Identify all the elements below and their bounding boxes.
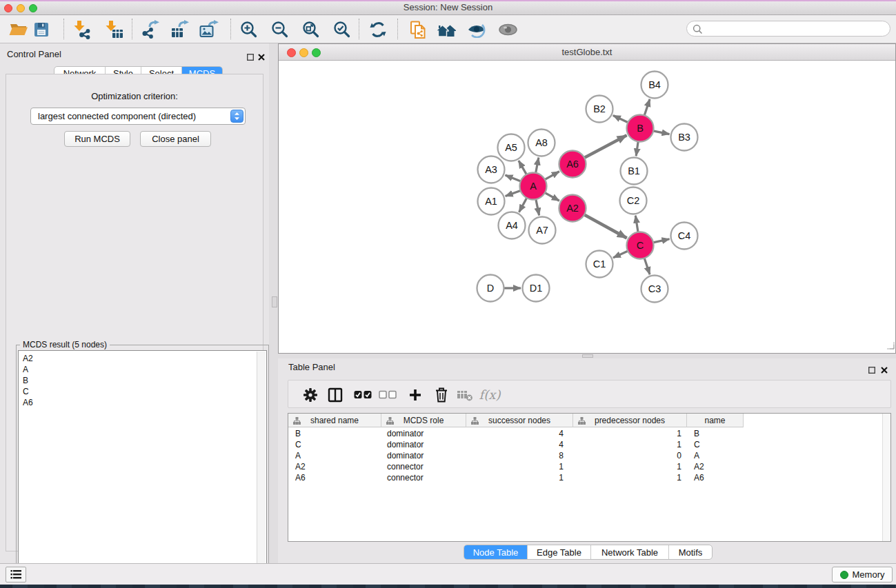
close-panel-button[interactable]: Close panel (140, 131, 211, 147)
graph-node-B1[interactable]: B1 (621, 158, 648, 185)
column-header-shared-name[interactable]: shared name (288, 414, 381, 427)
run-mcds-button[interactable]: Run MCDS (64, 131, 130, 147)
graph-node-B2[interactable]: B2 (586, 96, 613, 123)
graph-node-A1[interactable]: A1 (478, 188, 505, 215)
graph-node-C4[interactable]: C4 (671, 223, 698, 250)
graph-node-C2[interactable]: C2 (620, 187, 647, 214)
table-cell[interactable]: C (288, 440, 381, 449)
graph-edge-C-C1[interactable] (613, 250, 629, 257)
horizontal-split-handle[interactable] (582, 354, 593, 358)
table-cell[interactable]: 0 (573, 451, 687, 460)
graph-edge-C-C3[interactable] (644, 257, 650, 274)
graph-node-A[interactable]: A (520, 173, 547, 200)
dropdown-stepper-icon[interactable] (230, 110, 243, 123)
zoom-selected-icon[interactable] (330, 18, 354, 41)
mcds-result-item[interactable]: C (23, 386, 266, 397)
table-row[interactable]: Bdominator41B (288, 428, 882, 439)
graph-node-D1[interactable]: D1 (523, 275, 550, 302)
import-network-icon[interactable] (71, 18, 94, 41)
float-panel-icon[interactable] (868, 364, 875, 376)
table-cell[interactable]: A6 (288, 473, 381, 483)
table-row[interactable]: Cdominator41C (288, 439, 882, 450)
table-cell[interactable]: connector (381, 473, 466, 483)
graph-node-A2[interactable]: A2 (559, 195, 586, 222)
graph-node-A7[interactable]: A7 (529, 217, 556, 244)
open-session-icon[interactable] (7, 18, 30, 41)
table-cell[interactable]: A (687, 451, 744, 460)
mcds-result-item[interactable]: B (23, 375, 266, 386)
mcds-result-list[interactable]: A2ABCA6 (18, 350, 267, 580)
table-cell[interactable]: dominator (381, 451, 466, 460)
table-cell[interactable]: 4 (466, 429, 573, 438)
mcds-result-item[interactable]: A2 (23, 353, 266, 364)
table-cell[interactable]: 1 (573, 473, 687, 483)
table-cell[interactable]: A (288, 451, 381, 460)
settings-gear-icon[interactable] (300, 385, 321, 404)
graph-edge-A-A8[interactable] (535, 158, 539, 174)
graph-node-A4[interactable]: A4 (499, 212, 526, 239)
graph-node-A8[interactable]: A8 (528, 130, 555, 156)
window-resize-grip[interactable] (886, 340, 895, 352)
table-cell[interactable]: 1 (466, 462, 573, 472)
mcds-result-item[interactable]: A6 (23, 397, 266, 408)
result-scrollbar[interactable] (257, 352, 266, 579)
delete-table-icon[interactable] (455, 385, 475, 404)
graph-edge-A-A6[interactable] (544, 172, 559, 180)
table-row[interactable]: Adominator80A (288, 450, 882, 461)
graph-node-C1[interactable]: C1 (586, 251, 613, 278)
table-row[interactable]: A6connector11A6 (288, 472, 882, 483)
tab-node-table[interactable]: Node Table (464, 545, 527, 559)
close-panel-icon[interactable] (881, 364, 888, 376)
table-cell[interactable]: connector (381, 462, 466, 472)
table-scrollbar[interactable] (882, 414, 890, 541)
import-table-icon[interactable] (103, 18, 126, 41)
graph-edge-C-C4[interactable] (653, 239, 670, 243)
graph-edge-A6-B[interactable] (584, 135, 627, 158)
table-cell[interactable]: dominator (381, 429, 466, 438)
graph-edge-A-A3[interactable] (505, 175, 521, 181)
show-eye-icon[interactable] (496, 18, 519, 41)
disable-checkboxes-icon[interactable] (377, 385, 398, 404)
table-cell[interactable]: B (687, 429, 744, 438)
graph-node-D[interactable]: D (477, 275, 504, 302)
graph-edge-B-B1[interactable] (636, 141, 638, 156)
duplicate-network-icon[interactable] (406, 18, 430, 41)
graph-edge-A-A2[interactable] (544, 192, 559, 201)
graph-edge-A-A4[interactable] (519, 197, 528, 212)
column-header-name[interactable]: name (687, 414, 744, 427)
add-column-icon[interactable] (405, 385, 426, 404)
table-cell[interactable]: C (687, 440, 744, 449)
table-cell[interactable]: 1 (573, 440, 687, 449)
vertical-split-handle[interactable] (272, 296, 277, 307)
table-cell[interactable]: A2 (288, 462, 381, 472)
search-field[interactable] (686, 21, 890, 37)
zoom-fit-icon[interactable] (299, 18, 323, 41)
table-cell[interactable]: B (288, 429, 381, 438)
graph-edge-A-A5[interactable] (519, 161, 527, 175)
tab-network-table[interactable]: Network Table (590, 545, 668, 559)
table-cell[interactable]: 4 (466, 440, 573, 449)
graph-edge-B-B3[interactable] (653, 131, 670, 134)
zoom-out-icon[interactable] (268, 18, 292, 41)
task-history-button[interactable] (6, 567, 26, 582)
graph-edge-A-A7[interactable] (536, 199, 539, 216)
save-session-icon[interactable] (30, 18, 53, 41)
table-cell[interactable]: A6 (687, 473, 744, 483)
graph-node-B3[interactable]: B3 (671, 124, 698, 151)
delete-column-icon[interactable] (431, 385, 452, 404)
search-input[interactable] (706, 22, 885, 37)
graph-node-B4[interactable]: B4 (641, 72, 668, 99)
enable-checkboxes-icon[interactable] (352, 385, 373, 404)
table-cell[interactable]: A2 (687, 462, 744, 472)
table-cell[interactable]: 1 (573, 429, 687, 438)
column-header-successor-nodes[interactable]: successor nodes (466, 414, 573, 427)
zoom-in-icon[interactable] (237, 18, 261, 41)
graph-node-A6[interactable]: A6 (559, 151, 586, 178)
float-panel-icon[interactable] (247, 51, 254, 63)
export-table-icon[interactable] (168, 18, 192, 41)
close-panel-icon[interactable] (258, 51, 265, 63)
graph-edge-A2-C[interactable] (584, 214, 627, 239)
export-network-icon[interactable] (139, 18, 162, 41)
split-table-icon[interactable] (325, 385, 346, 404)
function-builder-icon[interactable]: f(x) (477, 385, 503, 404)
